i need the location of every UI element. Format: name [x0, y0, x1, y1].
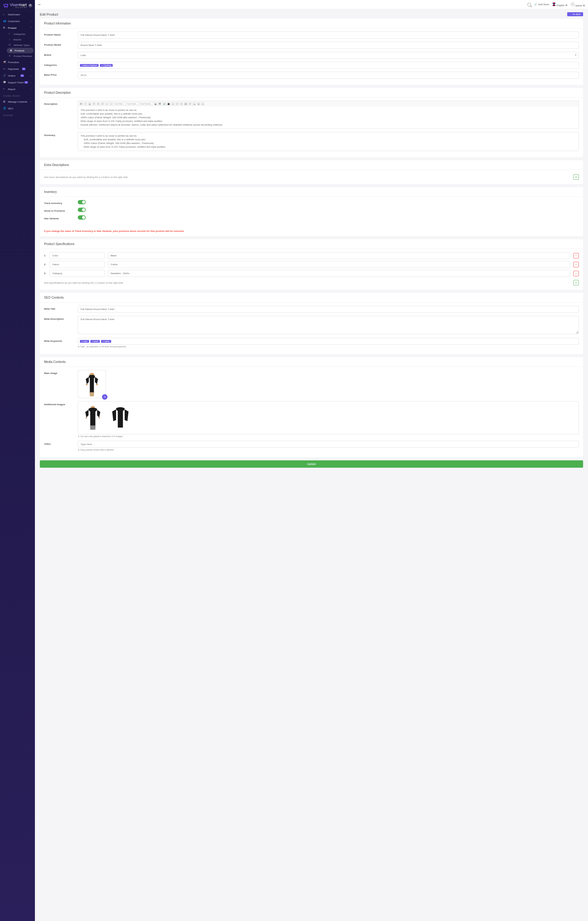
video-helper: ⊘ Only youtube embed link is allowed	[78, 449, 579, 451]
nav-manage-contents[interactable]: ▦Manage Contents⌄	[0, 98, 35, 105]
add-spec-button[interactable]: +	[573, 280, 579, 285]
font-format-select[interactable]: Font Format...	[139, 102, 153, 105]
editor-icon[interactable]: ⚫	[167, 102, 170, 106]
spec-value-input[interactable]	[108, 270, 570, 277]
editor-toolbar: B I U ≡ ≡ ≡ ⋮ ⋮ Font Size... Font Famil.…	[78, 101, 579, 107]
search-icon[interactable]	[527, 3, 531, 7]
nav-customers[interactable]: 👥Customers⌄	[0, 18, 35, 24]
product-name-input[interactable]	[78, 31, 579, 39]
description-editor[interactable]: This premium t-shirt is as close to perf…	[78, 107, 579, 129]
summary-label: Summary	[44, 132, 78, 137]
main: ⇔ 🛒 Visit Store English ⚙ admin ⚙ Edit P…	[35, 0, 588, 471]
nav-seo[interactable]: 🌐SEO	[0, 105, 35, 112]
logo[interactable]: Visermart Easy and Best	[0, 0, 35, 11]
additional-image[interactable]	[108, 404, 133, 431]
meta-keywords-input[interactable]: man tshirt shirts	[78, 338, 579, 345]
nav-report[interactable]: ≡Report⌄	[0, 86, 35, 93]
editor-icon[interactable]: ⊞	[197, 102, 200, 106]
editor-icon[interactable]: ⌧	[184, 102, 187, 106]
nav-promotion[interactable]: 📢Promotion⌄	[0, 59, 35, 65]
nav-support-ticket[interactable]: 💬Support Ticket1⌄	[0, 79, 35, 86]
nav-label: Support Ticket	[8, 81, 24, 84]
category-tag[interactable]: Men's Fashion	[80, 64, 99, 67]
editor-icon[interactable]: ⚪	[171, 102, 175, 106]
nav-orders[interactable]: 🛒Orders0⌄	[0, 72, 35, 79]
spec-key-input[interactable]	[50, 270, 105, 277]
nav-products[interactable]: ▣Products	[7, 48, 34, 53]
remove-spec-button[interactable]: −	[573, 253, 579, 259]
spec-key-input[interactable]	[50, 261, 105, 268]
sidebar-collapse-icon[interactable]	[29, 4, 32, 7]
add-description-button[interactable]: +	[573, 174, 579, 180]
keyword-tag[interactable]: tshirt	[90, 340, 100, 343]
nav-label: Orders	[8, 75, 15, 77]
show-frontend-toggle[interactable]	[78, 208, 86, 212]
card-header: SEO Contents	[40, 293, 583, 303]
keywords-helper: ⊘ Type , as seperator or hit enter among…	[78, 345, 579, 348]
card-header: Extra Descriptions	[40, 160, 583, 170]
remove-spec-button[interactable]: −	[573, 262, 579, 267]
spec-number: 2	[44, 263, 47, 266]
align-right-icon[interactable]: ≡	[101, 102, 104, 106]
brand-select[interactable]: Lotto	[78, 52, 579, 59]
editor-icon[interactable]: x²	[188, 102, 192, 106]
align-left-icon[interactable]: ≡	[92, 102, 96, 106]
nav-label: Products	[15, 49, 24, 52]
editor-icon[interactable]: ▭	[201, 102, 205, 106]
editor-icon[interactable]: ▦	[154, 102, 158, 106]
spec-row: 1 −	[44, 252, 579, 259]
nav-product[interactable]: ⊞Product⌃	[0, 24, 35, 31]
nav-attribute-types[interactable]: ⊟Attribute Types	[5, 42, 35, 48]
svg-rect-9	[90, 425, 96, 430]
spec-value-input[interactable]	[108, 252, 570, 259]
card-header: Media Contents	[40, 357, 583, 367]
font-size-select[interactable]: Font Size...	[114, 102, 125, 105]
categories-input[interactable]: Men's Fashion Clothing	[78, 62, 579, 68]
nav-label: Brands	[13, 38, 21, 41]
user-menu[interactable]: admin ⚙	[570, 2, 585, 7]
base-price-input[interactable]	[78, 72, 579, 79]
category-tag[interactable]: Clothing	[100, 64, 113, 67]
editor-icon[interactable]: 🖼	[158, 102, 162, 106]
editor-icon[interactable]: 🔗	[162, 102, 166, 106]
align-center-icon[interactable]: ≡	[96, 102, 100, 106]
additional-images-container[interactable]	[78, 401, 579, 434]
nav-dashboard[interactable]: ⌂Dashboard	[0, 11, 35, 18]
keyword-tag[interactable]: man	[80, 340, 89, 343]
summary-editor[interactable]: This premium t-shirt is as close to perf…	[78, 132, 579, 151]
visit-store-link[interactable]: 🛒 Visit Store	[534, 3, 549, 6]
underline-icon[interactable]: U	[88, 102, 92, 106]
video-input[interactable]	[78, 441, 579, 448]
nav-categories[interactable]: ≡Categories	[5, 31, 35, 37]
spec-value-input[interactable]	[108, 261, 570, 268]
nav-payments[interactable]: ▭Payments1⌄	[0, 65, 35, 72]
list-ul-icon[interactable]: ⋮	[109, 102, 113, 106]
spec-key-input[interactable]	[50, 252, 105, 259]
product-model-input[interactable]	[78, 42, 579, 49]
desc-line: Double stitched, reinforced seams at sho…	[81, 123, 576, 127]
editor-icon[interactable]: ↷	[179, 102, 183, 106]
meta-description-input[interactable]: Full Sleeve Round Neck T-shirt	[78, 316, 579, 334]
additional-image[interactable]	[81, 404, 105, 431]
sidebar-toggle-icon[interactable]: ⇔	[38, 3, 41, 6]
editor-icon[interactable]: ↶	[175, 102, 179, 106]
language-selector[interactable]: English ⚙	[552, 2, 567, 7]
italic-icon[interactable]: I	[84, 102, 87, 106]
update-button[interactable]: Update	[40, 460, 583, 468]
has-variants-toggle[interactable]	[78, 215, 86, 220]
svg-point-8	[98, 417, 100, 418]
nav-product-reviews[interactable]: ★Product Reviews	[5, 53, 35, 59]
track-inventory-toggle[interactable]	[78, 200, 86, 204]
editor-icon[interactable]: x₂	[192, 102, 196, 106]
bold-icon[interactable]: B	[79, 102, 83, 106]
font-family-select[interactable]: Font Famil...	[126, 102, 138, 105]
remove-spec-button[interactable]: −	[573, 271, 579, 276]
meta-title-input[interactable]	[78, 306, 579, 313]
product-name-label: Product Name	[44, 31, 78, 36]
list-ol-icon[interactable]: ⋮	[105, 102, 109, 106]
nav-brands[interactable]: ☼Brands	[5, 37, 35, 42]
keyword-tag[interactable]: shirts	[101, 340, 111, 343]
logo-icon	[3, 3, 8, 8]
edit-image-button[interactable]: ✎	[102, 394, 107, 400]
go-back-button[interactable]: ← Go Back	[567, 12, 583, 16]
